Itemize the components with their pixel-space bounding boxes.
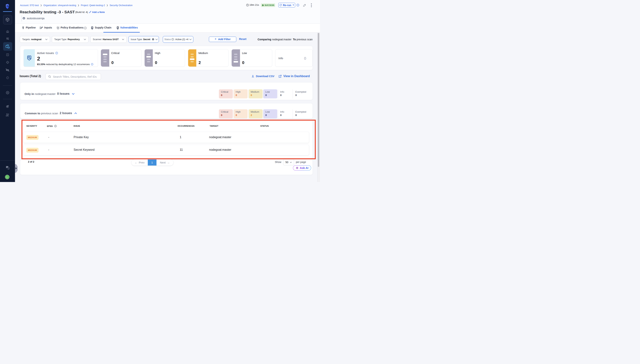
svg-text:?: ? [7, 166, 8, 168]
